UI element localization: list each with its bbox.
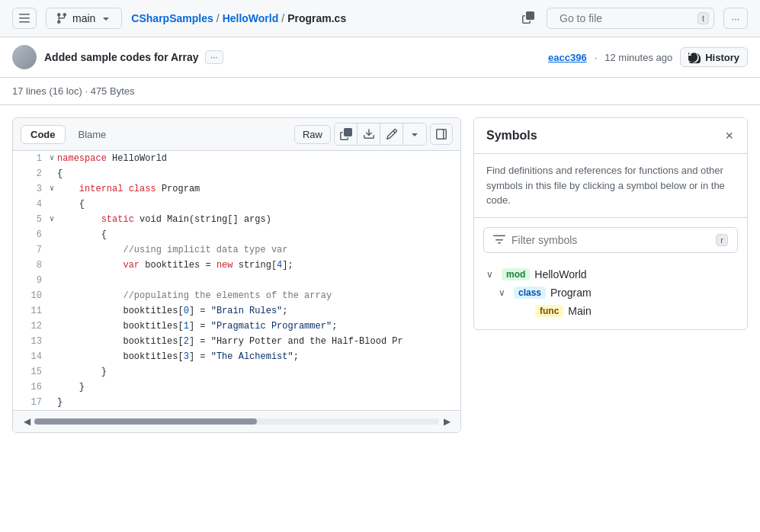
commit-hash-link[interactable]: eacc396 bbox=[548, 52, 587, 63]
line-number[interactable]: 10 bbox=[13, 288, 50, 303]
line-expand[interactable]: ∨ bbox=[50, 212, 54, 227]
line-number[interactable]: 6 bbox=[13, 227, 50, 242]
more-options-button[interactable]: ··· bbox=[723, 8, 748, 29]
line-code: { bbox=[54, 166, 460, 181]
table-row: 4 { bbox=[13, 197, 460, 212]
code-panel: Code Blame Raw bbox=[12, 117, 461, 433]
main-content: Code Blame Raw bbox=[0, 105, 760, 445]
breadcrumb-dir-link[interactable]: HelloWorld bbox=[223, 12, 279, 24]
history-icon bbox=[688, 51, 701, 63]
line-code: booktitles[0] = "Brain Rules"; bbox=[54, 303, 460, 319]
breadcrumb-sep1: / bbox=[216, 12, 220, 24]
symbols-title: Symbols bbox=[486, 129, 537, 143]
table-row: 11 booktitles[0] = "Brain Rules"; bbox=[13, 303, 460, 319]
line-number[interactable]: 12 bbox=[13, 319, 50, 334]
symbols-filter-input[interactable] bbox=[511, 234, 710, 246]
line-number[interactable]: 5 bbox=[13, 212, 50, 227]
line-code: var booktitles = new string[4]; bbox=[54, 258, 460, 273]
line-number[interactable]: 15 bbox=[13, 364, 50, 380]
commit-message: Added sample codes for Array bbox=[44, 51, 199, 63]
line-expand[interactable]: ∨ bbox=[50, 181, 54, 197]
code-content: 1∨namespace HelloWorld2{3∨ internal clas… bbox=[13, 151, 460, 410]
symbol-name: HelloWorld bbox=[534, 268, 586, 280]
branch-label: main bbox=[72, 12, 95, 24]
line-number[interactable]: 8 bbox=[13, 258, 50, 273]
table-row: 10 //populating the elements of the arra… bbox=[13, 288, 460, 303]
commit-expand-button[interactable]: ··· bbox=[205, 50, 223, 64]
breadcrumb-sep2: / bbox=[281, 12, 284, 24]
more-file-options-button[interactable] bbox=[403, 123, 426, 145]
tab-blame-button[interactable]: Blame bbox=[69, 125, 117, 144]
download-icon bbox=[363, 128, 375, 140]
table-row: 9 bbox=[13, 273, 460, 288]
line-number[interactable]: 1 bbox=[13, 151, 50, 166]
table-row: 8 var booktitles = new string[4]; bbox=[13, 258, 460, 273]
line-expand[interactable]: ∨ bbox=[50, 151, 54, 166]
symbol-badge: class bbox=[514, 287, 546, 299]
line-code: booktitles[3] = "The Alchemist"; bbox=[54, 349, 460, 364]
table-row: 6 { bbox=[13, 227, 460, 242]
table-row: 14 booktitles[3] = "The Alchemist"; bbox=[13, 349, 460, 364]
breadcrumb-filename: Program.cs bbox=[287, 12, 346, 24]
copy-path-button[interactable] bbox=[519, 10, 537, 27]
line-number[interactable]: 2 bbox=[13, 166, 50, 181]
symbol-item[interactable]: ∨classProgram bbox=[474, 284, 747, 302]
line-number[interactable]: 9 bbox=[13, 273, 50, 288]
scroll-thumb bbox=[34, 418, 257, 425]
table-row: 12 booktitles[1] = "Pragmatic Programmer… bbox=[13, 319, 460, 334]
breadcrumb-repo-link[interactable]: CSharpSamples bbox=[131, 12, 213, 24]
symbol-badge: func bbox=[535, 305, 563, 317]
file-meta: 17 lines (16 loc) · 475 Bytes bbox=[0, 78, 760, 105]
line-number[interactable]: 3 bbox=[13, 181, 50, 197]
commit-separator: · bbox=[595, 52, 598, 63]
line-code: } bbox=[54, 380, 460, 395]
table-row: 13 booktitles[2] = "Harry Potter and the… bbox=[13, 334, 460, 349]
topbar: main CSharpSamples / HelloWorld / Progra… bbox=[0, 0, 760, 37]
line-number[interactable]: 16 bbox=[13, 380, 50, 395]
scroll-track[interactable] bbox=[34, 418, 439, 425]
line-code: { bbox=[54, 197, 460, 212]
copy-button[interactable] bbox=[335, 123, 358, 145]
line-number[interactable]: 7 bbox=[13, 242, 50, 258]
breadcrumb: CSharpSamples / HelloWorld / Program.cs bbox=[131, 12, 510, 24]
commit-bar: Added sample codes for Array ··· eacc396… bbox=[0, 37, 760, 78]
table-row: 2{ bbox=[13, 166, 460, 181]
pencil-icon bbox=[386, 128, 398, 140]
scroll-left-arrow[interactable]: ◀ bbox=[19, 414, 34, 429]
line-code bbox=[54, 273, 460, 288]
symbol-panel-toggle-button[interactable] bbox=[430, 123, 453, 145]
symbol-item[interactable]: ∨modHelloWorld bbox=[474, 265, 747, 284]
line-number[interactable]: 17 bbox=[13, 395, 50, 410]
symbols-close-button[interactable]: × bbox=[723, 127, 735, 144]
sidebar-toggle-button[interactable] bbox=[12, 8, 37, 29]
history-button[interactable]: History bbox=[680, 47, 748, 67]
edit-button[interactable] bbox=[380, 123, 403, 145]
sidebar-right-icon bbox=[435, 128, 447, 140]
search-shortcut: t bbox=[697, 12, 709, 24]
table-row: 15 } bbox=[13, 364, 460, 380]
scroll-right-arrow[interactable]: ▶ bbox=[439, 414, 454, 429]
download-button[interactable] bbox=[358, 123, 380, 145]
table-row: 7 //using implicit data type var bbox=[13, 242, 460, 258]
line-number[interactable]: 4 bbox=[13, 197, 50, 212]
line-code: //populating the elements of the array bbox=[54, 288, 460, 303]
search-box: t bbox=[547, 8, 714, 29]
search-input[interactable] bbox=[560, 12, 693, 24]
line-number[interactable]: 14 bbox=[13, 349, 50, 364]
line-number[interactable]: 11 bbox=[13, 303, 50, 319]
symbol-item[interactable]: funcMain bbox=[474, 302, 747, 320]
symbols-panel: Symbols × Find definitions and reference… bbox=[473, 117, 748, 330]
line-number[interactable]: 13 bbox=[13, 334, 50, 349]
code-toolbar: Code Blame Raw bbox=[13, 118, 460, 151]
branch-button[interactable]: main bbox=[46, 8, 122, 29]
line-code: namespace HelloWorld bbox=[54, 151, 460, 166]
filter-shortcut: r bbox=[716, 234, 728, 246]
symbols-filter-box: r bbox=[483, 227, 738, 253]
symbol-chevron: ∨ bbox=[499, 287, 509, 298]
tab-code-button[interactable]: Code bbox=[21, 125, 66, 144]
avatar bbox=[12, 45, 37, 69]
line-code: static void Main(string[] args) bbox=[54, 212, 460, 227]
table-row: 1∨namespace HelloWorld bbox=[13, 151, 460, 166]
raw-button[interactable]: Raw bbox=[294, 125, 331, 144]
line-code: } bbox=[54, 364, 460, 380]
